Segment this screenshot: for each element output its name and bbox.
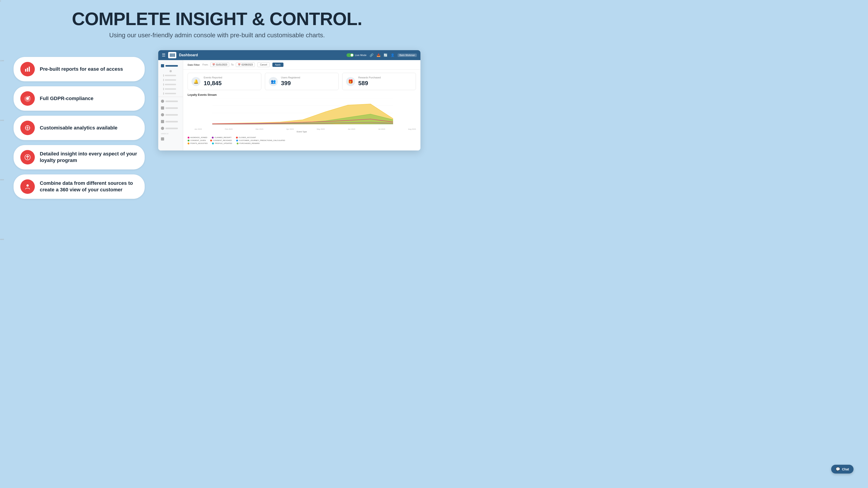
- event-type-label: Event Type: [188, 131, 416, 133]
- subtitle: Using our user-friendly admin console wi…: [72, 32, 362, 39]
- legend-label-purchased-reward: PURCHASED_REWARD: [239, 142, 260, 144]
- header-section: COMPLETE INSIGHT & CONTROL. Using our us…: [72, 9, 362, 39]
- dashboard-title: Dashboard: [179, 53, 344, 57]
- legend-dot-points-adjusted: [188, 142, 189, 144]
- feature-text-pre-built-reports: Pre-built reports for ease of access: [40, 66, 123, 72]
- feature-item-gdpr: Full GDPR-compliance: [13, 86, 145, 111]
- user-badge: Barin Workman: [398, 54, 417, 57]
- stat-card-users: 👥 Users Registered 399: [265, 73, 339, 90]
- legend-dot-customer-journey: [236, 140, 238, 141]
- legend-row-2: CONSENT_GIVEN CONSENT_REVOKED CUSTOMER_J…: [188, 139, 416, 141]
- date-filter-bar: Date Filter From: 📅 01/01/2023 To: 📅 02/…: [183, 60, 421, 70]
- legend-label-audience-joined: AUDIENCE_JOINED: [190, 136, 207, 138]
- svg-rect-1: [27, 68, 28, 72]
- legend-dot-profile-updated: [212, 142, 214, 144]
- sidebar-sub-item-1[interactable]: [158, 73, 183, 78]
- sidebar-section: [158, 73, 183, 96]
- legend-label-claimed-receipt: CLAIMED_RECEIPT: [215, 136, 231, 138]
- users-label: Users Registered: [281, 76, 300, 79]
- main-title: COMPLETE INSIGHT & CONTROL.: [72, 9, 362, 29]
- refresh-icon[interactable]: 🔄: [383, 53, 388, 57]
- date-from-input[interactable]: 📅 01/01/2023: [210, 63, 229, 67]
- dashboard-body: v2023.12 Date Filter From: 📅: [158, 60, 421, 151]
- date-from-value: 01/01/2023: [216, 64, 227, 66]
- legend-claimed-receipt: CLAIMED_RECEIPT: [212, 136, 231, 138]
- share-icon[interactable]: 📤: [377, 53, 380, 57]
- rewards-label: Rewards Purchased: [358, 76, 381, 79]
- date-to-input[interactable]: 📅 02/08/2023: [236, 63, 255, 67]
- sidebar-item-calendar[interactable]: [158, 105, 183, 111]
- legend-profile-updated: PROFILE_UPDATED: [212, 142, 232, 144]
- legend-label-profile-updated: PROFILE_UPDATED: [215, 142, 232, 144]
- dashboard-sidebar: v2023.12: [158, 60, 183, 151]
- sidebar-sub-item-5[interactable]: [158, 91, 183, 96]
- stats-row: 🔔 Events Reported 10,845 👥 Users Registe…: [183, 70, 421, 93]
- events-icon: 🔔: [191, 77, 200, 86]
- sidebar-item-share[interactable]: [158, 111, 183, 118]
- sidebar-item-shop[interactable]: [158, 125, 183, 132]
- legend-dot-audience-joined: [188, 137, 189, 138]
- feature-icon-detailed-insight: [20, 150, 35, 164]
- legend-closed-account: CLOSED_ACCOUNT: [236, 136, 256, 138]
- feature-text-detailed-insight: Detailed insight into every aspect of yo…: [40, 151, 138, 164]
- feature-icon-combine-data: [20, 180, 35, 194]
- legend-row-3: POINTS_ADJUSTED PROFILE_UPDATED PURCHASE…: [188, 142, 416, 144]
- events-label: Events Reported: [204, 76, 222, 79]
- live-mode-toggle[interactable]: Live Mode: [346, 53, 367, 57]
- apply-button[interactable]: Apply: [272, 63, 283, 67]
- date-filter-label: Date Filter: [188, 64, 200, 66]
- sidebar-item-wifi[interactable]: [158, 118, 183, 125]
- toggle-switch[interactable]: [346, 53, 354, 57]
- legend-consent-given: CONSENT_GIVEN: [188, 139, 206, 141]
- legend-label-closed-account: CLOSED_ACCOUNT: [239, 136, 256, 138]
- sidebar-item-dashboard[interactable]: [158, 62, 183, 69]
- sidebar-sub-item-3[interactable]: [158, 82, 183, 87]
- user-icon[interactable]: 👤: [391, 53, 395, 57]
- sidebar-sub-item-4[interactable]: [158, 87, 183, 91]
- events-value: 10,845: [204, 80, 222, 87]
- chart-x-labels: Jan 2023 Feb 2023 Mar 2023 Apr 2023 May …: [188, 128, 416, 130]
- dash-logo: [168, 52, 176, 58]
- legend-label-consent-given: CONSENT_GIVEN: [190, 139, 206, 141]
- legend-label-customer-journey: CUSTOMER_JOURNEY_PREDICTIONS_CALCULATED: [239, 139, 285, 141]
- feature-item-pre-built-reports: Pre-built reports for ease of access: [13, 57, 145, 81]
- legend-consent-revoked: CONSENT_REVOKED: [210, 139, 232, 141]
- legend-purchased-reward: PURCHASED_REWARD: [237, 142, 260, 144]
- cancel-button[interactable]: Cancel: [257, 62, 270, 67]
- content-section: Pre-built reports for ease of access Ful…: [13, 50, 421, 199]
- legend-label-points-adjusted: POINTS_ADJUSTED: [190, 142, 208, 144]
- rewards-info: Rewards Purchased 589: [358, 76, 381, 87]
- sidebar-item-settings[interactable]: [158, 135, 183, 142]
- legend-label-consent-revoked: CONSENT_REVOKED: [213, 139, 232, 141]
- menu-icon[interactable]: ☰: [162, 53, 165, 58]
- legend-points-adjusted: POINTS_ADJUSTED: [188, 142, 208, 144]
- feature-icon-customisable: [20, 121, 35, 135]
- sidebar-sub-item-2[interactable]: [158, 78, 183, 82]
- date-from-label: From:: [203, 64, 209, 66]
- legend-dot-consent-given: [188, 140, 189, 141]
- feature-icon-gdpr: [20, 91, 35, 106]
- dashboard-header: ☰ Dashboard Live Mode 🔗 📤: [158, 50, 421, 60]
- dashboard-main: Date Filter From: 📅 01/01/2023 To: 📅 02/…: [183, 60, 421, 151]
- sidebar-item-notifications[interactable]: [158, 98, 183, 105]
- rewards-value: 589: [358, 80, 381, 87]
- rewards-icon: 🎁: [346, 77, 355, 86]
- link-icon[interactable]: 🔗: [370, 53, 373, 57]
- feature-item-detailed-insight: Detailed insight into every aspect of yo…: [13, 145, 145, 169]
- legend-customer-journey: CUSTOMER_JOURNEY_PREDICTIONS_CALCULATED: [236, 139, 285, 141]
- svg-rect-0: [25, 69, 26, 72]
- date-to-label: To:: [231, 64, 234, 66]
- feature-icon-pre-built-reports: [20, 62, 35, 76]
- legend-dot-purchased-reward: [237, 142, 239, 144]
- live-mode-label: Live Mode: [355, 54, 367, 57]
- feature-text-gdpr: Full GDPR-compliance: [40, 95, 93, 102]
- svg-point-3: [26, 97, 29, 100]
- page-container: COMPLETE INSIGHT & CONTROL. Using our us…: [0, 0, 434, 244]
- svg-point-12: [26, 184, 29, 187]
- chart-legend: AUDIENCE_JOINED CLAIMED_RECEIPT CLOSED_A…: [183, 135, 421, 146]
- feature-item-customisable: Customisable analytics available: [13, 116, 145, 140]
- legend-row-1: AUDIENCE_JOINED CLAIMED_RECEIPT CLOSED_A…: [188, 136, 416, 138]
- users-info: Users Registered 399: [281, 76, 300, 87]
- feature-item-combine-data: Combine data from different sources to c…: [13, 174, 145, 199]
- chart-area: Loyalty Events Stream 4800 3600 2400 120…: [183, 93, 421, 135]
